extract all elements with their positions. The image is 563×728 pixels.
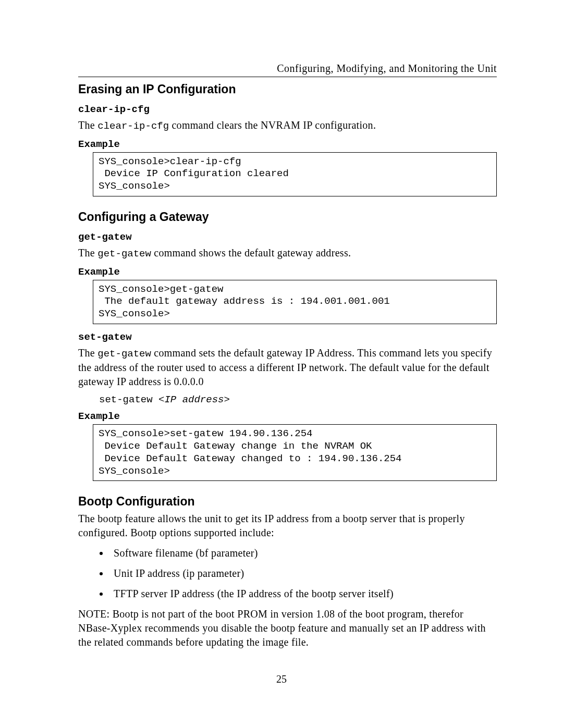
example-label: Example [78, 266, 497, 278]
list-item: Software filename (bf parameter) [109, 545, 497, 561]
section-title-bootp-config: Bootp Configuration [78, 495, 497, 509]
running-head: Configuring, Modifying, and Monitoring t… [78, 63, 497, 75]
page-number: 25 [0, 673, 563, 685]
command-name-clear-ip-cfg: clear-ip-cfg [78, 104, 497, 115]
header-rule [78, 77, 497, 77]
text: command shows the default gateway addres… [151, 247, 351, 258]
text: The [78, 119, 97, 131]
text: The [78, 347, 97, 359]
inline-code: get-gatew [97, 248, 151, 260]
bootp-note: NOTE: Bootp is not part of the boot PROM… [78, 607, 497, 649]
text: command clears the NVRAM IP configuratio… [169, 119, 376, 131]
inline-code: get-gatew [97, 348, 151, 360]
text: The [78, 247, 97, 258]
list-item: TFTP server IP address (the IP address o… [109, 586, 497, 602]
command-syntax: set-gatew <IP address> [99, 394, 497, 405]
example-box-set-gatew: SYS_console>set-gatew 194.90.136.254 Dev… [93, 424, 497, 481]
example-box-get-gatew: SYS_console>get-gatew The default gatewa… [93, 280, 497, 324]
list-item: Unit IP address (ip parameter) [109, 565, 497, 582]
inline-code: clear-ip-cfg [97, 120, 169, 132]
example-box-clear-ip-cfg: SYS_console>clear-ip-cfg Device IP Confi… [93, 152, 497, 196]
command-description: The get-gatew command shows the default … [78, 246, 497, 261]
command-name-set-gatew: set-gatew [78, 331, 497, 343]
command-description: The clear-ip-cfg command clears the NVRA… [78, 118, 497, 133]
bootp-options-list: Software filename (bf parameter) Unit IP… [109, 545, 497, 602]
command-description: The get-gatew command sets the default g… [78, 346, 497, 389]
syntax-command: set-gatew [99, 394, 158, 405]
page: Configuring, Modifying, and Monitoring t… [0, 0, 563, 728]
example-label: Example [78, 139, 497, 150]
example-label: Example [78, 411, 497, 422]
section-title-erasing-ip: Erasing an IP Configuration [78, 82, 497, 96]
section-title-configuring-gateway: Configuring a Gateway [78, 210, 497, 224]
command-name-get-gatew: get-gatew [78, 231, 497, 243]
syntax-argument: <IP address> [158, 394, 230, 405]
bootp-intro: The bootp feature allows the unit to get… [78, 512, 497, 540]
